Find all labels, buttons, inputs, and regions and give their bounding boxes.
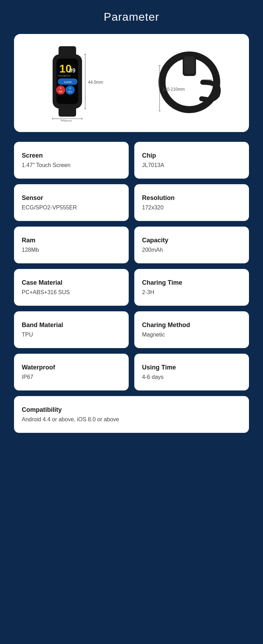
params-row: Case MaterialPC+ABS+316 SUSCharing Time2…: [14, 269, 249, 306]
svg-text:98.2: 98.2: [68, 91, 72, 93]
param-label: Waterproof: [22, 364, 55, 371]
watch-front-illustration: 10 05/01 MON 09 14200 ♥ 080 ◎ 98.2 44.5m…: [30, 44, 132, 122]
param-card-ram: Ram128Mb: [14, 227, 129, 263]
param-card-resolution: Resolution172x320: [134, 184, 249, 221]
param-value: 128Mb: [22, 247, 39, 253]
params-row: Ram128MbCapacity200mAh: [14, 227, 249, 263]
svg-text:14200: 14200: [64, 81, 72, 84]
svg-text:080: 080: [59, 90, 63, 93]
page-title: Parameter: [14, 11, 249, 23]
svg-text:◎: ◎: [69, 87, 71, 89]
param-label: Capacity: [142, 237, 168, 244]
param-card-band-material: Band MaterialTPU: [14, 311, 129, 348]
watch-side-illustration: 140-210mm: [149, 44, 233, 122]
dim-width-label: 20mm: [60, 119, 72, 122]
param-value: 1.47" Touch Screen: [22, 162, 70, 168]
param-value: 200mAh: [142, 247, 163, 253]
param-value: 4-6 days: [142, 374, 163, 380]
param-card-waterproof: WaterproofIP67: [14, 354, 129, 390]
param-label: Resolution: [142, 194, 175, 202]
device-image-card: 10 05/01 MON 09 14200 ♥ 080 ◎ 98.2 44.5m…: [14, 34, 249, 132]
param-value: 172x320: [142, 205, 163, 211]
param-label: Screen: [22, 152, 43, 159]
params-container: Screen1.47" Touch ScreenChipJL7013ASenso…: [14, 142, 249, 390]
param-label: Band Material: [22, 321, 63, 329]
dim-band-label: 140-210mm: [162, 87, 185, 92]
param-value: TPU: [22, 332, 33, 338]
params-row: Band MaterialTPUCharing MethodMagnetic: [14, 311, 249, 348]
param-value: ECG/SPO2-VP555ER: [22, 205, 77, 211]
params-row: SensorECG/SPO2-VP555ERResolution172x320: [14, 184, 249, 221]
param-value: 2-3H: [142, 289, 154, 296]
watch-side-svg: 140-210mm: [149, 44, 233, 122]
param-label: Case Material: [22, 279, 62, 286]
svg-text:09: 09: [69, 68, 75, 74]
param-card-chip: ChipJL7013A: [134, 142, 249, 179]
param-card-sensor: SensorECG/SPO2-VP555ER: [14, 184, 129, 221]
param-card-capacity: Capacity200mAh: [134, 227, 249, 263]
param-card-charing-method: Charing MethodMagnetic: [134, 311, 249, 348]
svg-rect-24: [184, 56, 195, 74]
compatibility-value: Android 4.4 or above, iOS 8.0 or above: [22, 416, 241, 423]
param-value: PC+ABS+316 SUS: [22, 289, 70, 296]
svg-text:MON: MON: [64, 74, 70, 77]
param-label: Using Time: [142, 364, 176, 371]
svg-text:♥: ♥: [60, 87, 61, 89]
param-value: JL7013A: [142, 162, 164, 168]
compatibility-card: Compatibility Android 4.4 or above, iOS …: [14, 396, 249, 433]
param-label: Charing Method: [142, 321, 190, 329]
param-label: Charing Time: [142, 279, 182, 286]
param-value: Magnetic: [142, 332, 165, 338]
compatibility-label: Compatibility: [22, 406, 241, 414]
param-value: IP67: [22, 374, 33, 380]
param-label: Sensor: [22, 194, 43, 202]
watch-front-svg: 10 05/01 MON 09 14200 ♥ 080 ◎ 98.2 44.5m…: [30, 44, 132, 122]
params-row: WaterproofIP67Using Time4-6 days: [14, 354, 249, 390]
dim-height-label: 44.5mm: [88, 80, 103, 85]
param-label: Chip: [142, 152, 156, 159]
param-card-screen: Screen1.47" Touch Screen: [14, 142, 129, 179]
param-label: Ram: [22, 237, 35, 244]
param-card-case-material: Case MaterialPC+ABS+316 SUS: [14, 269, 129, 306]
param-card-using-time: Using Time4-6 days: [134, 354, 249, 390]
param-card-charing-time: Charing Time2-3H: [134, 269, 249, 306]
params-row: Screen1.47" Touch ScreenChipJL7013A: [14, 142, 249, 179]
